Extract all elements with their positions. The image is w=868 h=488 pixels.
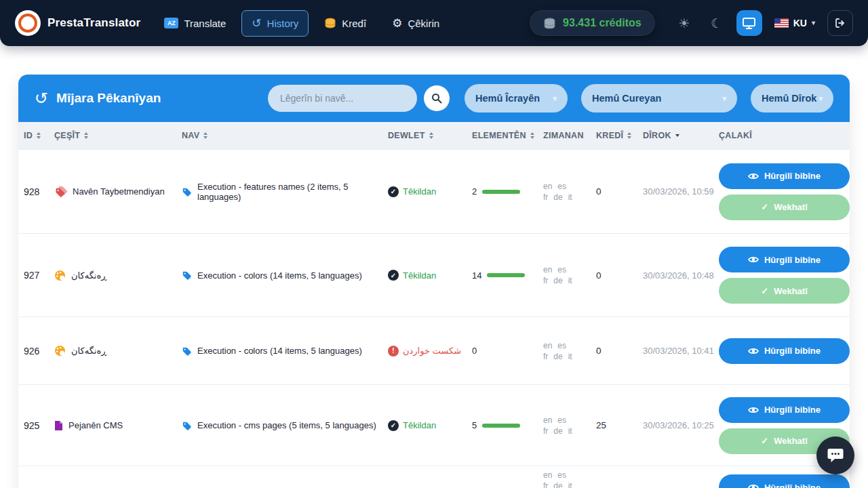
gear-icon: ⚙ xyxy=(392,18,402,29)
check-circle-icon: ✓ xyxy=(388,186,399,197)
filter-executions-dropdown[interactable]: Hemû Îcrayên ▾ xyxy=(465,84,568,113)
table-row: 928 Navên Taybetmendiyan Execution - fea… xyxy=(18,149,850,233)
nav-item-settings[interactable]: ⚙ Çêkirin xyxy=(382,10,450,37)
filter-date-dropdown[interactable]: Hemû Dîrok ▾ xyxy=(751,84,833,113)
check-icon: ✓ xyxy=(761,202,768,212)
brand[interactable]: PrestaTranslator xyxy=(15,10,140,36)
palette-icon xyxy=(54,345,66,357)
details-button[interactable]: Hûrgilî bibîne xyxy=(719,163,850,189)
languages-list: enes frdeit xyxy=(543,264,596,287)
progress-bar xyxy=(482,190,520,194)
eye-icon xyxy=(748,172,759,180)
tags-icon xyxy=(54,186,67,197)
dark-theme-button[interactable]: ☾ xyxy=(704,10,730,36)
check-icon: ✓ xyxy=(761,436,768,446)
chat-button[interactable] xyxy=(816,436,854,474)
sun-icon: ☀ xyxy=(678,16,690,31)
col-state[interactable]: DEWLET xyxy=(388,131,472,140)
table-header: ID ÇEŞÎT NAV DEWLET ELEMENTÊN ZIMANAN KR… xyxy=(18,122,850,149)
details-button[interactable]: Hûrgilî bibîne xyxy=(719,247,850,272)
history-icon: ↺ xyxy=(252,18,261,29)
sort-icon xyxy=(429,132,433,139)
tag-icon xyxy=(182,270,192,280)
nav-item-credits[interactable]: Kredî xyxy=(314,10,376,37)
language-selector[interactable]: KU ▾ xyxy=(769,12,821,34)
col-credits[interactable]: KREDÎ xyxy=(596,131,643,140)
tag-icon xyxy=(182,187,192,197)
sort-icon xyxy=(203,132,208,139)
col-date[interactable]: DÎROK xyxy=(643,131,719,140)
status-badge: شکست خواردن xyxy=(403,346,461,356)
credits-pill[interactable]: 93.431 créditos xyxy=(530,10,655,36)
sort-icon xyxy=(37,132,41,139)
search-button[interactable] xyxy=(424,85,450,111)
nav-label: Translate xyxy=(184,18,226,29)
identical-button[interactable]: ✓ Wekhatî xyxy=(719,278,850,304)
check-circle-icon: ✓ xyxy=(388,270,399,281)
tag-icon xyxy=(182,421,192,430)
languages-list: enes frdeit xyxy=(543,340,596,363)
system-theme-button[interactable] xyxy=(736,10,762,36)
navbar-right: 93.431 créditos ☀ ☾ KU ▾ xyxy=(530,10,853,36)
light-theme-button[interactable]: ☀ xyxy=(671,10,697,36)
sort-icon xyxy=(84,132,88,139)
col-name[interactable]: NAV xyxy=(182,131,388,140)
table-row: enes frdeit Hûrgilî bibîne xyxy=(18,466,850,488)
sort-icon xyxy=(627,132,631,139)
col-id[interactable]: ID xyxy=(24,131,54,140)
col-elements[interactable]: ELEMENTÊN xyxy=(472,131,543,140)
col-type[interactable]: ÇEŞÎT xyxy=(54,131,182,140)
table-row: 927 ڕەنگەکان Execution - colors (14 item… xyxy=(18,233,850,317)
chevron-down-icon: ▾ xyxy=(553,95,557,102)
chat-bubble-icon xyxy=(827,447,844,464)
logout-icon xyxy=(835,18,846,28)
status-badge: Têkildan xyxy=(403,186,436,197)
details-button[interactable]: Hûrgilî bibîne xyxy=(719,338,850,364)
language-code: KU xyxy=(793,18,807,28)
logout-button[interactable] xyxy=(827,10,853,36)
top-navbar: PrestaTranslator AZ Translate ↺ History … xyxy=(0,0,868,46)
translate-icon: AZ xyxy=(164,18,178,28)
search-icon xyxy=(431,93,442,104)
main-nav: AZ Translate ↺ History Kredî ⚙ Çêkirin xyxy=(154,10,450,37)
status-badge: Têkildan xyxy=(403,270,436,281)
nav-label: Kredî xyxy=(342,18,366,29)
eye-icon xyxy=(748,347,759,355)
flag-icon xyxy=(774,18,789,28)
nav-label: Çêkirin xyxy=(408,18,439,29)
history-panel: ↺ Mîjara Pêkanîyan Hemû Îcrayên ▾ Hemû C… xyxy=(18,75,850,488)
coins-stack-icon xyxy=(543,18,556,29)
moon-icon: ☾ xyxy=(711,16,722,31)
eye-icon xyxy=(748,483,759,488)
coins-icon xyxy=(324,18,336,28)
chevron-down-icon: ▾ xyxy=(818,95,823,102)
nav-item-translate[interactable]: AZ Translate xyxy=(154,10,236,37)
credits-amount: 93.431 créditos xyxy=(563,17,642,29)
error-circle-icon: ! xyxy=(388,346,399,357)
details-button[interactable]: Hûrgilî bibîne xyxy=(719,474,850,488)
monitor-icon xyxy=(743,18,755,29)
page-title: Mîjara Pêkanîyan xyxy=(56,91,161,106)
brand-logo-icon xyxy=(15,10,41,36)
chevron-down-icon: ▾ xyxy=(722,95,726,102)
progress-bar xyxy=(482,424,520,428)
check-icon: ✓ xyxy=(761,286,768,296)
search-input[interactable] xyxy=(268,85,417,112)
panel-header: ↺ Mîjara Pêkanîyan Hemû Îcrayên ▾ Hemû C… xyxy=(18,75,850,122)
identical-button[interactable]: ✓ Wekhatî xyxy=(719,195,850,220)
check-circle-icon: ✓ xyxy=(388,420,399,431)
brand-title: PrestaTranslator xyxy=(47,16,140,30)
eye-icon xyxy=(748,256,759,264)
col-languages: ZIMANAN xyxy=(543,131,596,140)
languages-list: enes frdeit xyxy=(543,469,596,488)
languages-list: enes frdeit xyxy=(543,180,596,203)
nav-item-history[interactable]: ↺ History xyxy=(241,10,309,37)
chevron-down-icon: ▾ xyxy=(812,20,815,26)
sort-icon xyxy=(530,132,534,139)
tag-icon xyxy=(182,346,192,356)
progress-bar xyxy=(487,273,525,277)
details-button[interactable]: Hûrgilî bibîne xyxy=(719,397,850,423)
table-row: 926 ڕەنگەکان Execution - colors (14 item… xyxy=(18,317,850,384)
filter-types-dropdown[interactable]: Hemû Cureyan ▾ xyxy=(581,84,737,113)
eye-icon xyxy=(748,406,759,414)
